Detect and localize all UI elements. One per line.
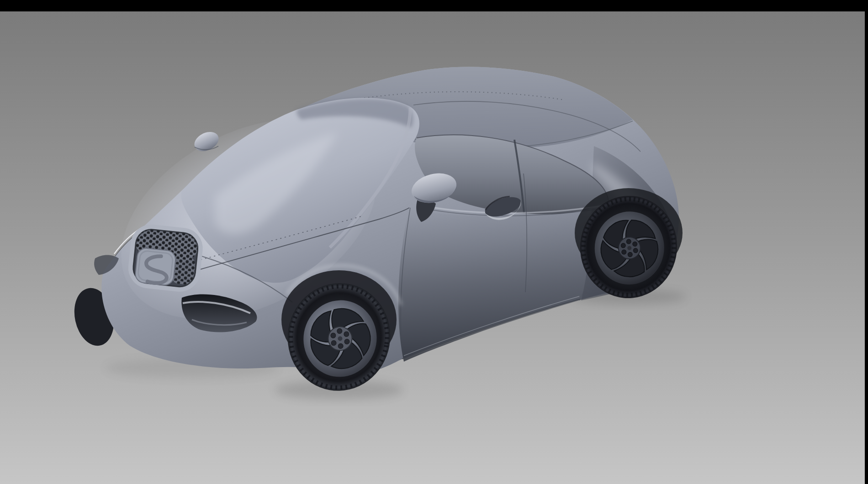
application-window <box>0 0 868 484</box>
viewport-3d[interactable] <box>0 11 865 484</box>
car-model-render <box>0 11 865 484</box>
front-wheel <box>279 270 399 399</box>
letterbox-right-bar <box>865 0 868 484</box>
letterbox-top-bar <box>0 0 868 11</box>
seat-badge-icon <box>134 247 176 286</box>
front-grille <box>129 225 202 291</box>
car-model[interactable] <box>69 67 683 399</box>
